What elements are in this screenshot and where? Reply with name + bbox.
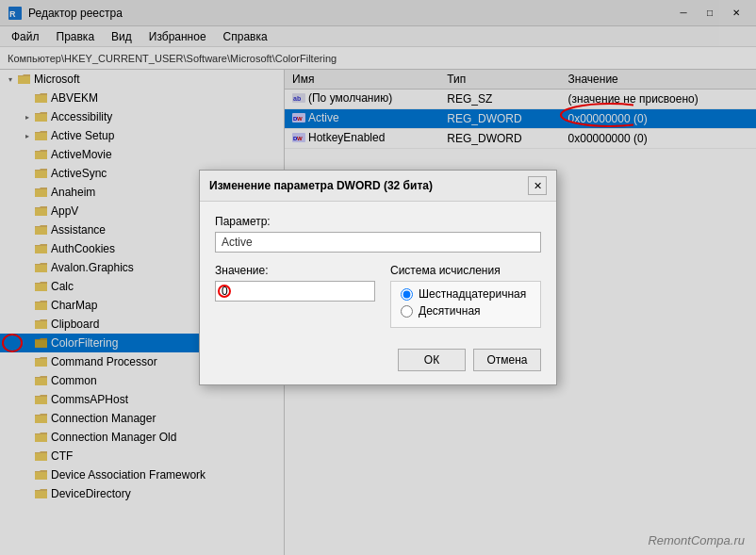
radix-hex-radio[interactable] (401, 288, 413, 301)
radix-label: Система исчисления (390, 264, 541, 277)
radix-group: Шестнадцатеричная Десятичная (390, 281, 541, 328)
radix-hex-option[interactable]: Шестнадцатеричная (401, 287, 531, 301)
dialog-body: Параметр: Active Значение: Система исчис… (200, 202, 556, 341)
dialog-cancel-button[interactable]: Отмена (473, 349, 541, 371)
radix-hex-label: Шестнадцатеричная (419, 287, 526, 301)
dialog-ok-button[interactable]: ОК (398, 349, 466, 371)
radix-dec-option[interactable]: Десятичная (401, 304, 531, 318)
radix-dec-radio[interactable] (401, 305, 413, 318)
dialog-footer: ОК Отмена (200, 341, 556, 384)
value-input-wrapper (215, 281, 375, 302)
value-input[interactable] (215, 281, 375, 302)
radix-section: Система исчисления Шестнадцатеричная Дес… (390, 264, 541, 328)
dword-edit-dialog: Изменение параметра DWORD (32 бита) ✕ Па… (199, 170, 557, 385)
value-section: Значение: (215, 264, 375, 302)
param-label: Параметр: (215, 215, 541, 228)
value-label: Значение: (215, 264, 375, 277)
dialog-title-bar: Изменение параметра DWORD (32 бита) ✕ (200, 171, 556, 202)
value-radix-row: Значение: Система исчисления Шестнадцате… (215, 264, 541, 328)
dialog-close-button[interactable]: ✕ (528, 176, 547, 195)
param-value-field: Active (215, 232, 541, 253)
dialog-title: Изменение параметра DWORD (32 бита) (209, 179, 433, 192)
modal-overlay: Изменение параметра DWORD (32 бита) ✕ Па… (0, 0, 756, 555)
radix-dec-label: Десятичная (419, 304, 481, 318)
